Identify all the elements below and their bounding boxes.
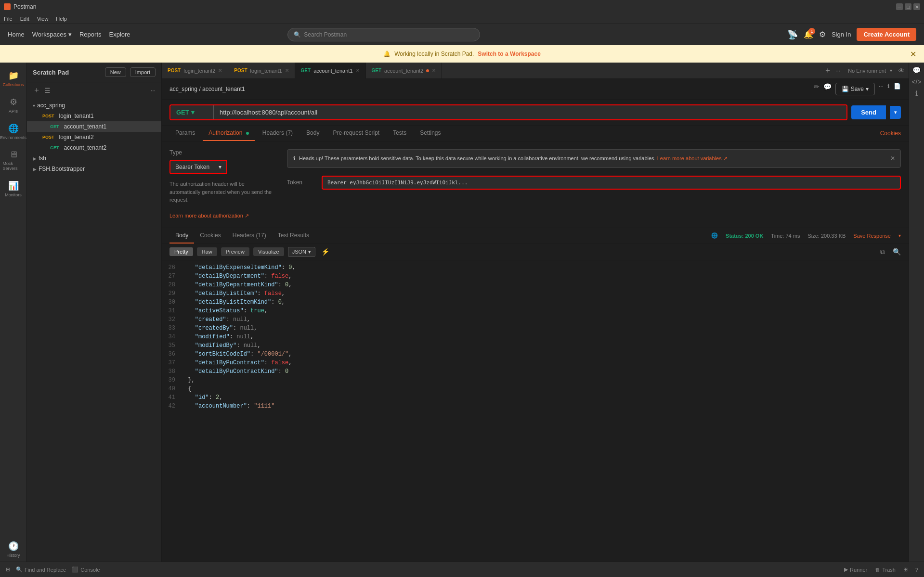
create-account-button[interactable]: Create Account <box>857 28 916 41</box>
tree-item-login-tenant2[interactable]: POST login_tenant2 <box>27 132 161 142</box>
sidebar-item-mock-servers[interactable]: 🖥 Mock Servers <box>1 146 26 175</box>
req-tab-settings[interactable]: Settings <box>414 126 446 141</box>
edit-icon[interactable]: ✏ <box>814 83 820 95</box>
tab-get-account-tenant2[interactable]: GET account_tenant2 ✕ <box>366 63 442 79</box>
format-raw-button[interactable]: Raw <box>197 247 217 256</box>
maximize-button[interactable]: □ <box>905 3 911 10</box>
trash-button[interactable]: 🗑 Trash <box>875 567 896 573</box>
close-button[interactable]: ✕ <box>913 3 920 10</box>
filter-icon[interactable]: ☰ <box>44 87 51 94</box>
search-icon[interactable]: 🔍 <box>893 248 901 256</box>
tree-item-account-tenant1[interactable]: GET account_tenant1 <box>27 121 161 132</box>
res-tab-headers[interactable]: Headers (17) <box>227 228 272 244</box>
add-icon[interactable]: ＋ <box>33 85 40 95</box>
req-tab-tests[interactable]: Tests <box>387 126 412 141</box>
new-button[interactable]: New <box>105 67 126 77</box>
save-response-button[interactable]: Save Response <box>853 233 891 239</box>
question-icon[interactable]: ? <box>915 567 918 573</box>
res-tab-body[interactable]: Body <box>169 228 194 244</box>
add-tab-icon[interactable]: ＋ <box>824 65 832 76</box>
info-icon[interactable]: ℹ <box>887 83 890 95</box>
minimize-button[interactable]: ─ <box>896 3 903 10</box>
code-icon[interactable]: </> <box>911 78 921 86</box>
import-button[interactable]: Import <box>130 67 156 77</box>
settings-icon[interactable]: ⚙ <box>819 30 826 39</box>
req-tab-body[interactable]: Body <box>300 126 325 141</box>
menu-edit[interactable]: Edit <box>20 16 29 22</box>
sidebar-item-history[interactable]: 🕐 History <box>1 537 26 562</box>
sidebar-item-apis[interactable]: ⚙ APIs <box>1 93 26 117</box>
save-response-chevron-icon[interactable]: ▾ <box>898 233 901 238</box>
right-info-icon[interactable]: ℹ <box>915 90 918 97</box>
send-button[interactable]: Send <box>851 105 886 119</box>
menu-file[interactable]: File <box>4 16 13 22</box>
res-tab-cookies[interactable]: Cookies <box>194 228 226 244</box>
status-badge: Status: 200 OK <box>726 233 763 239</box>
eye-icon[interactable]: 👁 <box>898 67 905 75</box>
res-tab-test-results[interactable]: Test Results <box>272 228 315 244</box>
satellite-icon[interactable]: 📡 <box>787 29 798 40</box>
tab-get-account-tenant1[interactable]: GET account_tenant1 ✕ <box>295 63 366 79</box>
req-tab-params[interactable]: Params <box>169 126 201 141</box>
send-dropdown-button[interactable]: ▾ <box>890 106 901 119</box>
environment-chevron-icon[interactable]: ▾ <box>890 68 892 73</box>
filter-icon[interactable]: ⚡ <box>321 248 329 256</box>
json-format-select[interactable]: JSON ▾ <box>288 247 315 257</box>
console-button[interactable]: ⬛ Console <box>72 566 100 573</box>
tree-item-fsh-bootstrapper[interactable]: ▶ FSH.Bootstrapper <box>27 164 161 174</box>
info-banner-close[interactable]: ✕ <box>890 155 895 162</box>
expand-icon[interactable]: ⊞ <box>903 566 908 573</box>
tab-post-login-tenant1[interactable]: POST login_tenant1 ✕ <box>228 63 295 79</box>
tree-item-account-tenant2[interactable]: GET account_tenant2 <box>27 142 161 153</box>
url-input[interactable] <box>214 105 846 119</box>
bearer-token-select[interactable]: Bearer Token ▾ <box>169 160 227 174</box>
notification-icon[interactable]: 🔔 1 <box>804 30 813 39</box>
more-tabs-icon[interactable]: ··· <box>835 67 840 74</box>
sidebar-item-monitors[interactable]: 📊 Monitors <box>1 177 26 201</box>
save-button[interactable]: 💾 Save ▾ <box>835 83 875 95</box>
tree-item-label: FSH.Bootstrapper <box>39 166 85 172</box>
learn-more-auth-link[interactable]: Learn more about authorization ↗ <box>169 213 249 218</box>
sidebar-item-collections[interactable]: 📁 Collections <box>1 66 26 91</box>
runner-button[interactable]: ▶ Runner <box>844 566 867 573</box>
request-header-actions: ✏ 💬 💾 Save ▾ ··· ℹ 📄 <box>814 83 901 95</box>
req-tab-authorization[interactable]: Authorization <box>203 126 254 141</box>
tab-close-icon[interactable]: ✕ <box>432 68 436 73</box>
cookies-link[interactable]: Cookies <box>880 130 901 137</box>
more-options-icon[interactable]: ··· <box>879 83 884 95</box>
nav-reports[interactable]: Reports <box>79 31 102 38</box>
req-tab-headers[interactable]: Headers (7) <box>257 126 299 141</box>
format-preview-button[interactable]: Preview <box>221 247 249 256</box>
menu-view[interactable]: View <box>37 16 49 22</box>
doc-icon[interactable]: 📄 <box>894 83 901 95</box>
code-area[interactable]: 26 "detailByExpenseItemKind": 0, 27 "det… <box>162 260 909 562</box>
tab-close-icon[interactable]: ✕ <box>218 68 222 73</box>
find-replace-button[interactable]: 🔍 Find and Replace <box>16 566 66 573</box>
format-pretty-button[interactable]: Pretty <box>169 247 193 256</box>
more-options-icon[interactable]: ··· <box>151 87 156 94</box>
nav-workspaces[interactable]: Workspaces ▾ <box>32 31 72 38</box>
tree-item-acc-spring[interactable]: ▾ acc_spring <box>27 100 161 111</box>
learn-variables-link[interactable]: Learn more about variables ↗ <box>657 155 728 161</box>
tab-close-icon[interactable]: ✕ <box>285 68 289 73</box>
req-tab-pre-request[interactable]: Pre-request Script <box>327 126 385 141</box>
method-select[interactable]: GET ▾ <box>170 105 214 119</box>
tree-item-login-tenant1[interactable]: POST login_tenant1 <box>27 111 161 121</box>
nav-explore[interactable]: Explore <box>109 31 130 38</box>
comments-icon[interactable]: 💬 <box>912 66 921 74</box>
tab-post-login-tenant2[interactable]: POST login_tenant2 ✕ <box>162 63 228 79</box>
copy-icon[interactable]: ⧉ <box>880 248 885 256</box>
format-visualize-button[interactable]: Visualize <box>253 247 284 256</box>
switch-workspace-link[interactable]: Switch to a Workspace <box>478 51 540 57</box>
menu-help[interactable]: Help <box>56 16 67 22</box>
sign-in-button[interactable]: Sign In <box>832 31 851 38</box>
comment-icon[interactable]: 💬 <box>823 83 832 95</box>
sidebar-item-environments[interactable]: 🌐 Environments <box>1 119 26 144</box>
banner-close-button[interactable]: ✕ <box>910 50 916 59</box>
layout-icon[interactable]: ⊞ <box>6 566 10 573</box>
tab-close-icon[interactable]: ✕ <box>356 68 360 73</box>
tree-item-fsh[interactable]: ▶ fsh <box>27 153 161 164</box>
token-input[interactable]: Bearer eyJhbGciOiJIUzI1NiJ9.eyJzdWIiOiJk… <box>322 176 901 190</box>
search-bar[interactable]: 🔍 Search Postman <box>287 28 480 41</box>
nav-home[interactable]: Home <box>8 31 25 38</box>
